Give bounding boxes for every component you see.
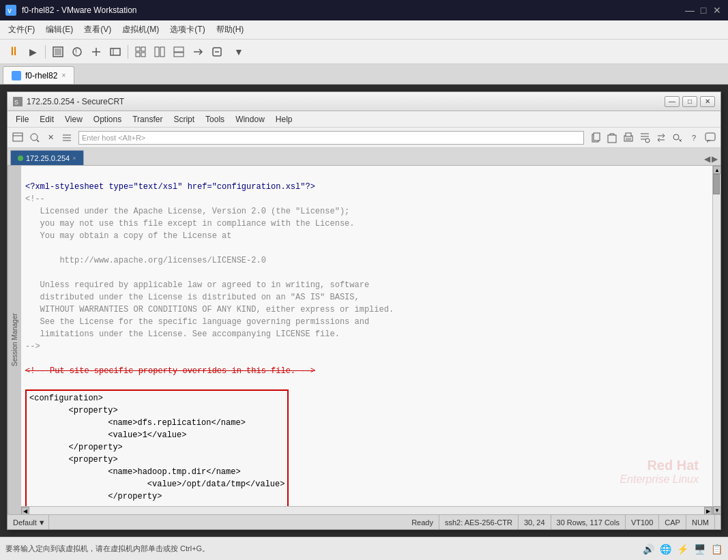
default-session-label: Default xyxy=(13,518,37,527)
main-content: S 172.25.0.254 - SecureCRT — □ ✕ File Ed… xyxy=(0,85,728,537)
scroll-down-btn[interactable]: ▼ xyxy=(713,506,720,514)
scrt-tool-transfer[interactable] xyxy=(654,130,669,145)
menu-file[interactable]: 文件(F) xyxy=(3,21,40,38)
scrt-tool-chat[interactable] xyxy=(703,130,718,145)
menu-view[interactable]: 查看(V) xyxy=(78,21,117,38)
svg-rect-3 xyxy=(55,48,61,55)
redhat-logo-text: Red Hat xyxy=(620,458,699,473)
toolbar-divider-1 xyxy=(45,45,46,59)
svg-rect-21 xyxy=(594,133,600,141)
toolbar-btn-3[interactable]: ! xyxy=(69,44,85,60)
scrt-minimize[interactable]: — xyxy=(665,96,680,107)
toolbar-btn-6[interactable] xyxy=(132,44,149,60)
toolbar-btn-1[interactable]: ▶ xyxy=(25,44,41,60)
status-terminal-type: VT100 xyxy=(626,515,659,529)
h-scroll-track[interactable] xyxy=(29,507,704,514)
toolbar-btn-8[interactable] xyxy=(171,44,187,60)
scrt-title-left: S 172.25.0.254 - SecureCRT xyxy=(13,97,124,106)
scrt-tool-1[interactable] xyxy=(10,130,25,145)
scrt-toolbar: ✕ Enter host <Alt+R> xyxy=(8,128,720,148)
scrt-tool-print[interactable] xyxy=(621,130,636,145)
menu-tab[interactable]: 选项卡(T) xyxy=(164,21,210,38)
h-scroll-right[interactable]: ▶ xyxy=(704,507,712,514)
svg-text:V: V xyxy=(8,8,12,14)
toolbar-btn-2[interactable] xyxy=(50,44,66,60)
vertical-scrollbar[interactable]: ▲ ▼ xyxy=(712,166,720,514)
terminal-content: <?xml-stylesheet type="text/xsl" href="c… xyxy=(21,166,712,506)
terminal-type-text: VT100 xyxy=(631,518,653,527)
h-scroll-left[interactable]: ◀ xyxy=(21,507,29,514)
tray-icon-4[interactable]: 🖥️ xyxy=(694,544,705,555)
status-caps: CAP xyxy=(659,515,686,529)
toolbar-divider-2 xyxy=(128,45,128,59)
scroll-up-btn[interactable]: ▲ xyxy=(713,166,720,174)
scrt-menu-transfer[interactable]: Transfer xyxy=(127,113,168,126)
session-dropdown[interactable]: Default ▼ xyxy=(13,515,49,529)
scrt-tool-key[interactable] xyxy=(670,130,685,145)
toolbar-btn-10[interactable] xyxy=(209,44,225,60)
toolbar-btn-5[interactable] xyxy=(107,44,123,60)
scrt-body: Session Manager <?xml-stylesheet type="t… xyxy=(8,166,720,514)
maximize-button[interactable]: □ xyxy=(698,5,709,16)
tray-icon-3[interactable]: ⚡ xyxy=(677,544,688,555)
terminal-scroll[interactable]: <?xml-stylesheet type="text/xsl" href="c… xyxy=(21,166,712,506)
svg-text:!: ! xyxy=(75,48,77,56)
caps-text: CAP xyxy=(665,518,680,527)
tab-left-arrow[interactable]: ◀ xyxy=(704,154,710,164)
minimize-button[interactable]: — xyxy=(684,5,695,16)
scrt-tab-label: 172.25.0.254 xyxy=(26,154,70,162)
vm-tab-close[interactable]: × xyxy=(61,72,65,79)
svg-point-25 xyxy=(645,138,650,143)
toolbar-btn-4[interactable] xyxy=(88,44,104,60)
vmware-window: V f0-rhel82 - VMware Workstation — □ ✕ 文… xyxy=(0,0,728,560)
svg-rect-27 xyxy=(705,133,715,141)
scrt-menu-file[interactable]: File xyxy=(10,113,34,126)
toolbar-settings[interactable]: ▼ xyxy=(231,44,247,60)
scrt-menu-tools[interactable]: Tools xyxy=(200,113,230,126)
title-bar: V f0-rhel82 - VMware Workstation — □ ✕ xyxy=(0,0,728,20)
scrt-menu-edit[interactable]: Edit xyxy=(34,113,59,126)
close-button[interactable]: ✕ xyxy=(712,5,723,16)
horizontal-scrollbar[interactable]: ◀ ▶ xyxy=(21,506,712,514)
scrt-tab-bar: 172.25.0.254 × ◀ ▶ xyxy=(8,148,720,166)
scrt-tool-question[interactable]: ? xyxy=(686,130,701,145)
scrt-address-bar[interactable]: Enter host <Alt+R> xyxy=(78,131,584,145)
scrt-tool-log[interactable] xyxy=(637,130,652,145)
scrt-menu-view[interactable]: View xyxy=(59,113,88,126)
toolbar-btn-7[interactable] xyxy=(151,44,168,60)
tab-right-arrow[interactable]: ▶ xyxy=(712,154,718,164)
session-manager-panel[interactable]: Session Manager xyxy=(8,166,21,514)
scroll-thumb[interactable] xyxy=(713,174,720,194)
tray-icon-5[interactable]: 📋 xyxy=(711,544,723,555)
vm-tab-icon xyxy=(12,71,21,80)
pause-button[interactable]: ⏸ xyxy=(5,44,22,60)
tray-icon-1[interactable]: 🔊 xyxy=(643,544,654,555)
scrt-menu-script[interactable]: Script xyxy=(168,113,200,126)
scrt-menu-options[interactable]: Options xyxy=(88,113,127,126)
scrt-maximize[interactable]: □ xyxy=(682,96,697,107)
encryption-text: ssh2: AES-256-CTR xyxy=(445,518,512,527)
scrt-tool-copy[interactable] xyxy=(588,130,603,145)
scrt-tab-close-btn[interactable]: × xyxy=(72,155,76,162)
scroll-track[interactable] xyxy=(713,174,720,506)
menu-help[interactable]: 帮助(H) xyxy=(211,21,250,38)
menu-edit[interactable]: 编辑(E) xyxy=(40,21,78,38)
scrt-close[interactable]: ✕ xyxy=(700,96,715,107)
scrt-menu-window[interactable]: Window xyxy=(230,113,270,126)
connection-indicator xyxy=(18,156,23,161)
scrt-tab-main[interactable]: 172.25.0.254 × xyxy=(10,150,84,165)
scrt-tool-3[interactable]: ✕ xyxy=(43,130,58,145)
scrt-tool-paste[interactable] xyxy=(605,130,620,145)
menu-vm[interactable]: 虚拟机(M) xyxy=(117,21,164,38)
num-text: NUM xyxy=(692,518,709,527)
tray-icon-2[interactable]: 🌐 xyxy=(660,544,671,555)
scrt-tool-2[interactable] xyxy=(27,130,42,145)
scrt-icon: S xyxy=(13,97,23,106)
scrt-menu-help[interactable]: Help xyxy=(270,113,298,126)
scrt-tool-4[interactable] xyxy=(59,130,74,145)
vm-tab-f0-rhel82[interactable]: f0-rhel82 × xyxy=(3,66,74,84)
title-bar-left: V f0-rhel82 - VMware Workstation xyxy=(5,5,137,16)
status-encryption: ssh2: AES-256-CTR xyxy=(439,515,519,529)
toolbar-btn-9[interactable] xyxy=(190,44,206,60)
terminal-area[interactable]: <?xml-stylesheet type="text/xsl" href="c… xyxy=(21,166,712,514)
